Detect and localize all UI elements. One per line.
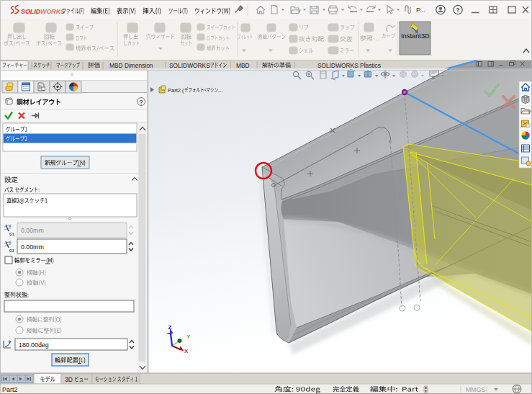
svg-text:MMGS: MMGS	[466, 386, 485, 393]
svg-text:?: ?	[139, 99, 143, 106]
svg-text:MBD Dimension: MBD Dimension	[109, 62, 153, 69]
svg-text:Z: Z	[168, 324, 172, 331]
svg-text:0.00mm: 0.00mm	[21, 243, 44, 251]
svg-text:3D: 3D	[65, 376, 73, 383]
svg-text:SOLIDWORKS: SOLIDWORKS	[169, 62, 210, 69]
svg-text:SOLIDWORKS: SOLIDWORKS	[21, 8, 65, 15]
svg-text:180.00deg: 180.00deg	[19, 341, 49, 349]
svg-text:?: ?	[456, 6, 460, 14]
svg-text:X: X	[184, 348, 189, 354]
svg-text:SOLIDWORKS Plastics: SOLIDWORKS Plastics	[317, 62, 381, 69]
svg-text:MBD: MBD	[236, 62, 250, 69]
svg-text:Y: Y	[186, 333, 191, 340]
svg-text:Instant3D: Instant3D	[401, 32, 430, 40]
svg-text:...: ...	[218, 87, 222, 94]
svg-text:0.00mm: 0.00mm	[21, 227, 44, 234]
svg-text:P...: P...	[416, 6, 425, 14]
svg-text:G1: G1	[9, 232, 14, 236]
svg-text:Part2: Part2	[2, 386, 18, 393]
svg-text:G2: G2	[9, 249, 14, 253]
svg-text:Part2 (: Part2 (	[168, 87, 184, 94]
